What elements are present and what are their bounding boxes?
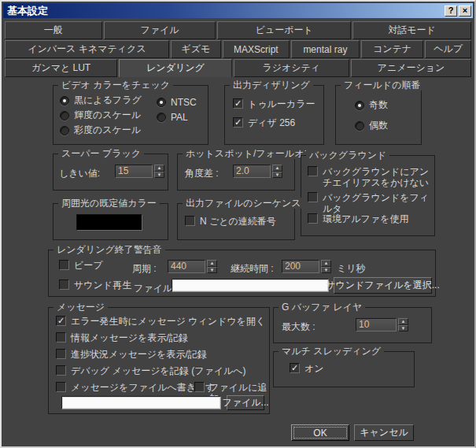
checkbox-unchecked-icon (59, 280, 69, 290)
max-layers-spinner-buttons[interactable]: ▲ ▼ (398, 318, 408, 331)
sound-file-input[interactable] (172, 279, 329, 292)
tab-maxscript[interactable]: MAXScript (223, 40, 290, 58)
question-icon: ? (448, 6, 454, 15)
radio-pal[interactable]: PAL (157, 112, 188, 123)
checkbox-unchecked-icon (308, 166, 318, 176)
checkbox-nth-serial-numbering[interactable]: N ごとの連続番号 (185, 216, 276, 227)
tab-radiosity[interactable]: ラジオシティ (234, 59, 349, 77)
tab-help[interactable]: ヘルプ (425, 40, 471, 58)
threshold-input[interactable]: 15 (115, 165, 153, 178)
duration-spinner-buttons[interactable]: ▲ ▼ (321, 260, 331, 273)
group-title: スーパー ブラック (58, 148, 144, 159)
group-gbuffer-layers: G バッファ レイヤ 最大数 : 10 ▲ ▼ (273, 307, 432, 343)
group-background: バックグラウンド バックグラウンドにアンチエイリアスをかけない バックグラウンド… (301, 155, 435, 236)
checkbox-checked-icon: ✓ (290, 363, 300, 373)
checkbox-unchecked-icon (308, 192, 318, 202)
radio-icon (60, 126, 69, 135)
checkbox-write-messages-to-file[interactable]: メッセージをファイルへ書き出す (56, 382, 215, 393)
checkbox-unchecked-icon (56, 365, 66, 376)
title-bar[interactable]: 基本設定 ? × (3, 3, 473, 18)
duration-input[interactable]: 200 (282, 260, 319, 273)
checkbox-open-message-window-on-error[interactable]: ✓ エラー発生時にメッセージ ウィンドウを開く (56, 316, 265, 327)
threshold-spinner: 15 ▲ ▼ (115, 165, 164, 178)
spinner-down-icon[interactable]: ▼ (272, 172, 282, 179)
spinner-down-icon[interactable]: ▼ (154, 172, 164, 179)
window-title: 基本設定 (7, 4, 445, 18)
max-layers-input[interactable]: 10 (356, 318, 397, 331)
group-title: ビデオ カラーをチェック (58, 80, 173, 91)
tab-containers[interactable]: コンテナ (361, 40, 424, 58)
spinner-up-icon[interactable]: ▲ (154, 165, 164, 172)
spinner-up-icon[interactable]: ▲ (207, 260, 217, 267)
checkbox-multithreading-on[interactable]: ✓ オン (290, 363, 324, 374)
preferences-dialog: 基本設定 ? × 一般 ファイル ビューポート 対話モード インバース キネマテ… (0, 0, 476, 448)
checkbox-paletted[interactable]: ✓ ディザ 256 (233, 117, 295, 128)
checkbox-filter-background[interactable]: バックグラウンドをフィルタ (308, 192, 434, 214)
angle-label: 角度差 : (185, 167, 219, 180)
radio-even[interactable]: 偶数 (355, 119, 388, 132)
checkbox-use-environment-alpha[interactable]: 環境アルファを使用 (308, 213, 408, 224)
checkbox-show-progress-messages[interactable]: 進捗状況メッセージを表示/記録 (56, 349, 207, 360)
frequency-spinner-buttons[interactable]: ▲ ▼ (207, 260, 217, 273)
tab-animation[interactable]: アニメーション (351, 59, 471, 77)
tab-gamma-lut[interactable]: ガンマと LUT (5, 59, 117, 77)
frequency-spinner: 440 ▲ ▼ (168, 260, 217, 273)
tab-rendering[interactable]: レンダリング (119, 59, 231, 77)
angle-spinner-buttons[interactable]: ▲ ▼ (272, 165, 282, 178)
ok-button[interactable]: OK (291, 424, 349, 441)
group-hotspot-falloff: ホットスポット/フォールオフ 角度差 : 2.0 ▲ ▼ (177, 154, 295, 191)
radio-icon (157, 98, 166, 107)
help-button[interactable]: ? (445, 6, 457, 17)
group-title: フィールドの順番 (341, 80, 423, 91)
close-icon: × (463, 6, 467, 15)
message-file-button[interactable]: ファイル... (227, 395, 264, 410)
tab-general[interactable]: 一般 (5, 21, 102, 39)
group-output-dithering: 出力ディザリング ✓ トゥルーカラー ✓ ディザ 256 (224, 85, 324, 145)
tab-gizmos[interactable]: ギズモ (171, 40, 221, 58)
checkbox-log-debug-messages[interactable]: デバッグ メッセージを記録 (ファイルへ) (56, 365, 246, 376)
tab-interaction-mode[interactable]: 対話モード (352, 21, 471, 39)
duration-label: 継続時間 : (231, 262, 274, 276)
spinner-down-icon[interactable]: ▼ (321, 267, 331, 274)
radio-scale-saturation[interactable]: 彩度のスケール (60, 124, 141, 137)
tab-inverse-kinematics[interactable]: インバース キネマティクス (5, 40, 169, 58)
radio-scale-luma[interactable]: 輝度のスケール (60, 109, 141, 122)
radio-icon (60, 111, 69, 120)
spinner-down-icon[interactable]: ▼ (398, 325, 408, 332)
frequency-input[interactable]: 440 (168, 260, 205, 273)
group-messages: メッセージ ✓ エラー発生時にメッセージ ウィンドウを開く 情報メッセージを表示… (48, 307, 270, 414)
group-field-order: フィールドの順番 奇数 偶数 (335, 85, 422, 145)
tab-mental-ray[interactable]: mental ray (291, 40, 360, 58)
checkbox-unchecked-icon (194, 382, 205, 392)
checkbox-checked-icon: ✓ (233, 98, 243, 109)
radio-icon (60, 96, 69, 106)
checkbox-truecolor[interactable]: ✓ トゥルーカラー (233, 98, 315, 109)
checkbox-unchecked-icon (56, 332, 66, 342)
spinner-up-icon[interactable]: ▲ (398, 318, 408, 325)
threshold-spinner-buttons[interactable]: ▲ ▼ (154, 165, 164, 178)
radio-ntsc[interactable]: NTSC (157, 97, 197, 108)
checkbox-dont-antialias-background[interactable]: バックグラウンドにアンチエイリアスをかけない (308, 166, 433, 188)
angle-input[interactable]: 2.0 (233, 165, 271, 178)
ambient-color-swatch[interactable] (76, 214, 142, 231)
group-title: メッセージ (54, 302, 108, 313)
cancel-button[interactable]: キャンセル (354, 424, 414, 441)
checkbox-show-info-messages[interactable]: 情報メッセージを表示/記録 (56, 332, 188, 343)
tab-files[interactable]: ファイル (104, 21, 216, 39)
checkbox-checked-icon: ✓ (233, 117, 243, 128)
spinner-down-icon[interactable]: ▼ (207, 267, 217, 274)
message-file-input[interactable] (61, 396, 221, 409)
checkbox-beep[interactable]: ビープ (59, 260, 103, 271)
choose-sound-button[interactable]: サウンドファイルを選択... (334, 277, 432, 294)
checkbox-play-sound[interactable]: サウンド再生 (59, 280, 131, 291)
checkbox-unchecked-icon (308, 213, 318, 224)
spinner-up-icon[interactable]: ▲ (321, 260, 331, 267)
checkbox-unchecked-icon (59, 260, 69, 270)
group-super-black: スーパー ブラック しきい値: 15 ▲ ▼ (53, 154, 168, 191)
spinner-up-icon[interactable]: ▲ (272, 165, 282, 172)
radio-odd[interactable]: 奇数 (355, 98, 388, 112)
radio-flag-with-black[interactable]: 黒によるフラグ (60, 94, 142, 107)
tab-viewports[interactable]: ビューポート (217, 21, 351, 39)
group-render-termination-alert: レンダリング終了警告音 ビープ 周期 : 440 ▲ ▼ 継続時間 : 200 … (48, 250, 436, 297)
close-button[interactable]: × (459, 6, 471, 17)
